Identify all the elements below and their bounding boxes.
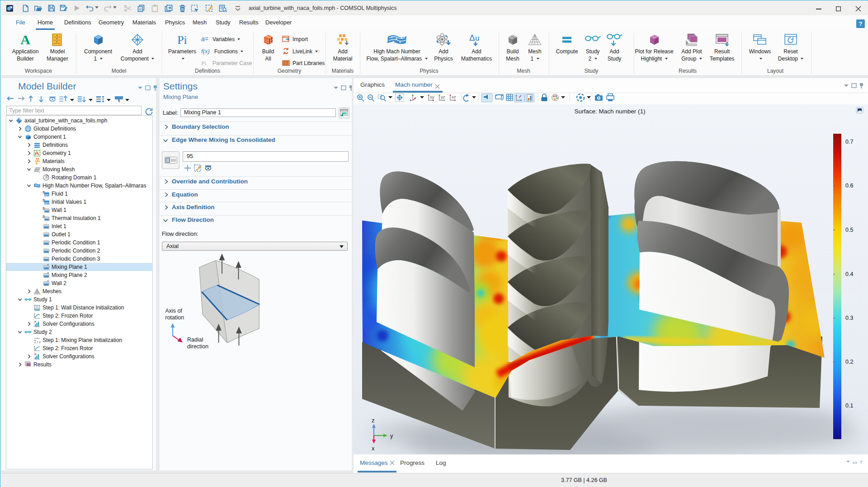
svg-text:0.1: 0.1 <box>845 403 853 409</box>
svg-text:Δ: Δ <box>469 33 475 42</box>
svg-text:0.4: 0.4 <box>845 271 853 277</box>
svg-text:U.T.P: U.T.P <box>34 341 41 344</box>
svg-text:Surface: Mach number (1): Surface: Mach number (1) <box>575 108 646 115</box>
svg-text:0.2: 0.2 <box>845 359 853 365</box>
svg-text:f(x): f(x) <box>201 48 210 55</box>
svg-text:*: * <box>47 263 49 267</box>
svg-text:direction: direction <box>187 343 208 350</box>
svg-text:a=: a= <box>201 36 208 42</box>
svg-text:0.7: 0.7 <box>845 139 853 145</box>
svg-text:*: * <box>47 272 49 276</box>
svg-text:xz: xz <box>452 94 456 99</box>
svg-text:x: x <box>372 445 375 452</box>
svg-text:xy: xy <box>430 94 434 99</box>
svg-text:y: y <box>390 432 393 439</box>
svg-text:Pi: Pi <box>177 33 187 47</box>
svg-text:0.6: 0.6 <box>845 183 853 189</box>
svg-text:0.3: 0.3 <box>845 315 853 321</box>
svg-text:Radial: Radial <box>187 337 203 343</box>
svg-text:Pi: Pi <box>201 60 206 66</box>
svg-text:z: z <box>372 417 375 424</box>
svg-text:Axis of: Axis of <box>165 308 183 314</box>
svg-text:*: * <box>47 280 49 284</box>
svg-text:rotation: rotation <box>165 314 184 321</box>
svg-text:0.5: 0.5 <box>845 227 853 233</box>
svg-text:yz: yz <box>441 94 445 99</box>
svg-text:A: A <box>20 33 30 47</box>
